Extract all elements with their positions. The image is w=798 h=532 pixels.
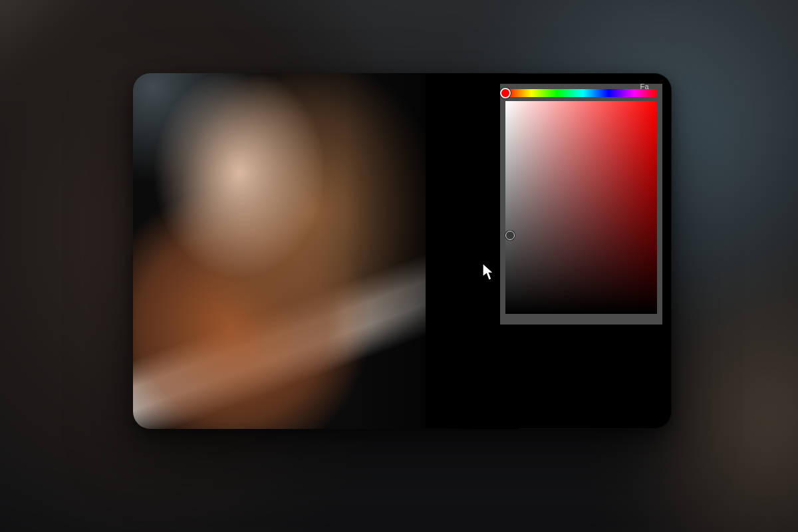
color-picker-panel: Fa xyxy=(500,84,662,325)
sv-handle[interactable] xyxy=(505,231,515,240)
hue-slider[interactable] xyxy=(505,89,657,97)
saturation-value-field[interactable] xyxy=(505,101,657,314)
hue-slider-handle[interactable] xyxy=(500,88,511,98)
sv-value-overlay xyxy=(505,101,657,314)
editor-window: Fa xyxy=(133,73,672,429)
canvas-photo[interactable] xyxy=(133,73,426,429)
